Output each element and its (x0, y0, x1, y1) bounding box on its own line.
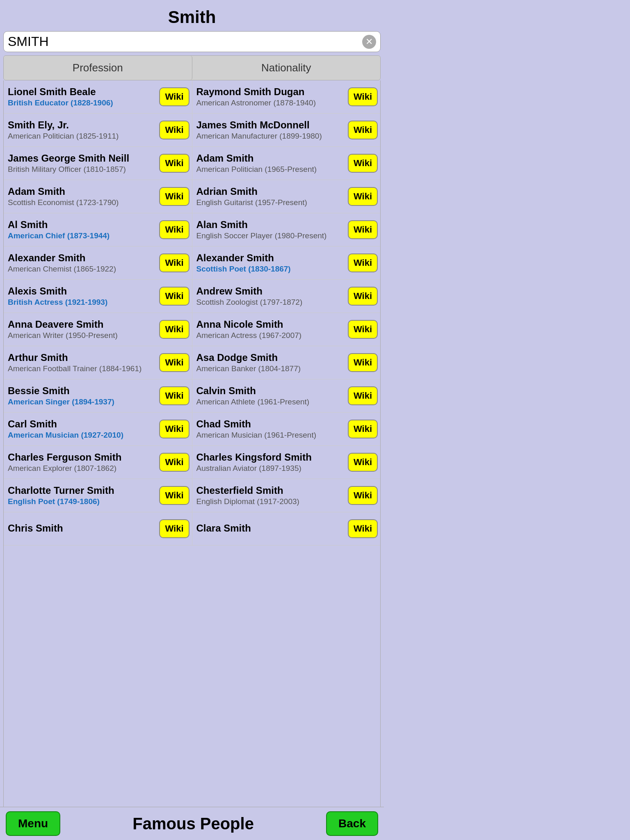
wiki-button-left[interactable]: Wiki (159, 320, 189, 339)
person-name: Alexander Smith (8, 252, 156, 264)
wiki-button-right[interactable]: Wiki (348, 486, 378, 505)
person-desc: American Explorer (1807-1862) (8, 464, 156, 473)
profession-header[interactable]: Profession (4, 56, 192, 80)
wiki-button-right[interactable]: Wiki (348, 453, 378, 472)
list-row: Lionel Smith BealeBritish Educator (1828… (4, 80, 380, 114)
left-cell-text: James George Smith NeillBritish Military… (8, 153, 156, 174)
search-input[interactable] (8, 34, 362, 49)
left-cell: Bessie SmithAmerican Singer (1894-1937)W… (4, 379, 192, 412)
person-name: Alexander Smith (196, 252, 345, 264)
wiki-button-left[interactable]: Wiki (159, 87, 189, 106)
person-desc: English Guitarist (1957-Present) (196, 198, 345, 207)
right-cell-text: Raymond Smith DuganAmerican Astronomer (… (196, 86, 345, 107)
person-desc: American Singer (1894-1937) (8, 397, 156, 406)
wiki-button-left[interactable]: Wiki (159, 154, 189, 173)
left-cell-text: Lionel Smith BealeBritish Educator (1828… (8, 86, 156, 107)
person-desc: Scottish Economist (1723-1790) (8, 198, 156, 207)
right-cell: Calvin SmithAmerican Athlete (1961-Prese… (192, 379, 381, 412)
right-cell-text: Chesterfield SmithEnglish Diplomat (1917… (196, 485, 345, 506)
left-cell: Lionel Smith BealeBritish Educator (1828… (4, 80, 192, 113)
right-cell: Alexander SmithScottish Poet (1830-1867)… (192, 247, 381, 279)
wiki-button-right[interactable]: Wiki (348, 121, 378, 139)
wiki-button-left[interactable]: Wiki (159, 287, 189, 306)
wiki-button-right[interactable]: Wiki (348, 519, 378, 538)
wiki-button-left[interactable]: Wiki (159, 220, 189, 239)
left-cell: Al SmithAmerican Chief (1873-1944)Wiki (4, 213, 192, 246)
list-row: Charles Ferguson SmithAmerican Explorer … (4, 446, 380, 479)
list-row: James George Smith NeillBritish Military… (4, 147, 380, 180)
wiki-button-right[interactable]: Wiki (348, 287, 378, 306)
list-row: Alexis SmithBritish Actress (1921-1993)W… (4, 280, 380, 313)
person-desc: American Chief (1873-1944) (8, 231, 156, 240)
wiki-button-right[interactable]: Wiki (348, 320, 378, 339)
person-desc: English Poet (1749-1806) (8, 497, 156, 506)
person-name: Clara Smith (196, 523, 345, 534)
left-cell: Smith Ely, Jr.American Politician (1825-… (4, 114, 192, 146)
wiki-button-right[interactable]: Wiki (348, 420, 378, 438)
person-desc: American Manufacturer (1899-1980) (196, 132, 345, 141)
list-row: Bessie SmithAmerican Singer (1894-1937)W… (4, 379, 380, 413)
wiki-button-right[interactable]: Wiki (348, 353, 378, 372)
back-button[interactable]: Back (326, 811, 378, 836)
wiki-button-right[interactable]: Wiki (348, 220, 378, 239)
wiki-button-left[interactable]: Wiki (159, 420, 189, 438)
right-cell: Asa Dodge SmithAmerican Banker (1804-187… (192, 346, 381, 379)
wiki-button-right[interactable]: Wiki (348, 386, 378, 405)
person-name: Raymond Smith Dugan (196, 86, 345, 98)
person-name: Smith Ely, Jr. (8, 119, 156, 131)
person-name: James Smith McDonnell (196, 119, 345, 131)
person-name: Chesterfield Smith (196, 485, 345, 496)
footer: Menu Famous People Back (0, 807, 384, 840)
person-name: Lionel Smith Beale (8, 86, 156, 98)
person-desc: American Politician (1825-1911) (8, 132, 156, 141)
wiki-button-left[interactable]: Wiki (159, 353, 189, 372)
person-name: Adrian Smith (196, 186, 345, 197)
left-cell-text: Arthur SmithAmerican Football Trainer (1… (8, 352, 156, 373)
wiki-button-left[interactable]: Wiki (159, 386, 189, 405)
list-row: Chris SmithWikiClara SmithWiki (4, 512, 380, 546)
person-name: Calvin Smith (196, 385, 345, 397)
wiki-button-right[interactable]: Wiki (348, 253, 378, 272)
wiki-button-left[interactable]: Wiki (159, 453, 189, 472)
person-name: Anna Nicole Smith (196, 319, 345, 330)
left-cell: Arthur SmithAmerican Football Trainer (1… (4, 346, 192, 379)
left-cell-text: Anna Deavere SmithAmerican Writer (1950-… (8, 319, 156, 340)
wiki-button-left[interactable]: Wiki (159, 486, 189, 505)
wiki-button-right[interactable]: Wiki (348, 154, 378, 173)
left-cell: Anna Deavere SmithAmerican Writer (1950-… (4, 313, 192, 346)
right-cell: Adrian SmithEnglish Guitarist (1957-Pres… (192, 180, 381, 213)
clear-icon[interactable]: ✕ (362, 35, 376, 49)
person-desc: Australian Aviator (1897-1935) (196, 464, 345, 473)
menu-button[interactable]: Menu (6, 811, 60, 836)
left-cell: Carl SmithAmerican Musician (1927-2010)W… (4, 413, 192, 445)
left-cell: Charlotte Turner SmithEnglish Poet (1749… (4, 479, 192, 512)
person-desc: American Banker (1804-1877) (196, 364, 345, 373)
wiki-button-left[interactable]: Wiki (159, 253, 189, 272)
right-cell: Alan SmithEnglish Soccer Player (1980-Pr… (192, 213, 381, 246)
list-row: Anna Deavere SmithAmerican Writer (1950-… (4, 313, 380, 346)
person-name: Charles Ferguson Smith (8, 452, 156, 463)
left-cell-text: Adam SmithScottish Economist (1723-1790) (8, 186, 156, 207)
right-cell-text: Andrew SmithScottish Zoologist (1797-187… (196, 285, 345, 307)
right-cell: Adam SmithAmerican Politician (1965-Pres… (192, 147, 381, 180)
wiki-button-left[interactable]: Wiki (159, 121, 189, 139)
right-cell: Clara SmithWiki (192, 512, 381, 545)
left-cell-text: Alexander SmithAmerican Chemist (1865-19… (8, 252, 156, 274)
wiki-button-left[interactable]: Wiki (159, 187, 189, 206)
left-cell: Alexander SmithAmerican Chemist (1865-19… (4, 247, 192, 279)
person-name: Carl Smith (8, 418, 156, 430)
person-desc: British Military Officer (1810-1857) (8, 165, 156, 174)
wiki-button-right[interactable]: Wiki (348, 87, 378, 106)
right-cell-text: Adrian SmithEnglish Guitarist (1957-Pres… (196, 186, 345, 207)
person-name: Chad Smith (196, 418, 345, 430)
list-row: Carl SmithAmerican Musician (1927-2010)W… (4, 413, 380, 446)
right-cell-text: Asa Dodge SmithAmerican Banker (1804-187… (196, 352, 345, 373)
right-cell: James Smith McDonnellAmerican Manufactur… (192, 114, 381, 146)
nationality-header[interactable]: Nationality (192, 56, 381, 80)
left-cell-text: Chris Smith (8, 523, 156, 535)
person-name: Asa Dodge Smith (196, 352, 345, 363)
wiki-button-left[interactable]: Wiki (159, 519, 189, 538)
wiki-button-right[interactable]: Wiki (348, 187, 378, 206)
person-desc: British Educator (1828-1906) (8, 98, 156, 107)
left-cell-text: Smith Ely, Jr.American Politician (1825-… (8, 119, 156, 141)
